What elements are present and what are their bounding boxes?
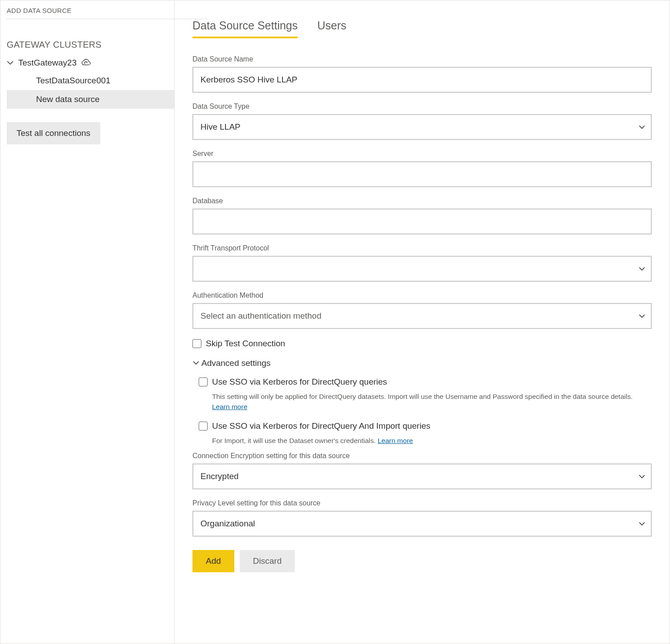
database-label: Database: [192, 197, 652, 205]
data-source-item[interactable]: New data source: [7, 90, 174, 109]
gateway-clusters-heading: GATEWAY CLUSTERS: [7, 40, 174, 50]
sso-dq-checkbox[interactable]: [199, 377, 208, 386]
server-label: Server: [192, 150, 652, 158]
sso-both-checkbox[interactable]: [199, 422, 208, 431]
thrift-label: Thrift Transport Protocol: [192, 244, 652, 252]
data-source-item[interactable]: TestDataSource001: [7, 71, 174, 90]
discard-button[interactable]: Discard: [240, 550, 295, 572]
tab-users[interactable]: Users: [317, 19, 346, 38]
sso-both-label: Use SSO via Kerberos for DirectQuery And…: [212, 421, 430, 431]
skip-test-label: Skip Test Connection: [206, 339, 285, 349]
sso-both-help: For Import, it will use the Dataset owne…: [212, 435, 652, 446]
chevron-down-icon: [7, 59, 14, 66]
test-all-connections-button[interactable]: Test all connections: [7, 122, 100, 144]
server-input[interactable]: [192, 161, 652, 187]
privacy-label: Privacy Level setting for this data sour…: [192, 499, 652, 507]
ds-type-select[interactable]: Hive LLAP: [192, 114, 652, 140]
gateway-name: TestGateway23: [18, 58, 77, 68]
thrift-select[interactable]: [192, 256, 652, 282]
auth-label: Authentication Method: [192, 291, 652, 299]
learn-more-link[interactable]: Learn more: [212, 403, 247, 410]
cloud-sync-icon: [81, 58, 91, 68]
learn-more-link[interactable]: Learn more: [378, 437, 413, 444]
ds-type-label: Data Source Type: [192, 103, 652, 111]
advanced-settings-label: Advanced settings: [201, 358, 270, 368]
ds-name-label: Data Source Name: [192, 55, 652, 63]
advanced-settings-toggle[interactable]: Advanced settings: [192, 358, 652, 368]
chevron-down-icon: [192, 359, 200, 367]
sso-dq-help: This setting will only be applied for Di…: [212, 391, 652, 412]
skip-test-checkbox[interactable]: [192, 339, 201, 348]
ds-name-input[interactable]: [192, 67, 652, 93]
privacy-select[interactable]: Organizational: [192, 511, 652, 537]
encryption-label: Connection Encryption setting for this d…: [192, 452, 652, 460]
database-input[interactable]: [192, 209, 652, 234]
add-button[interactable]: Add: [192, 550, 234, 572]
sso-dq-label: Use SSO via Kerberos for DirectQuery que…: [212, 377, 387, 387]
encryption-select[interactable]: Encrypted: [192, 464, 652, 489]
gateway-node[interactable]: TestGateway23: [7, 54, 174, 71]
tab-data-source-settings[interactable]: Data Source Settings: [192, 19, 298, 38]
auth-select[interactable]: Select an authentication method: [192, 303, 652, 329]
